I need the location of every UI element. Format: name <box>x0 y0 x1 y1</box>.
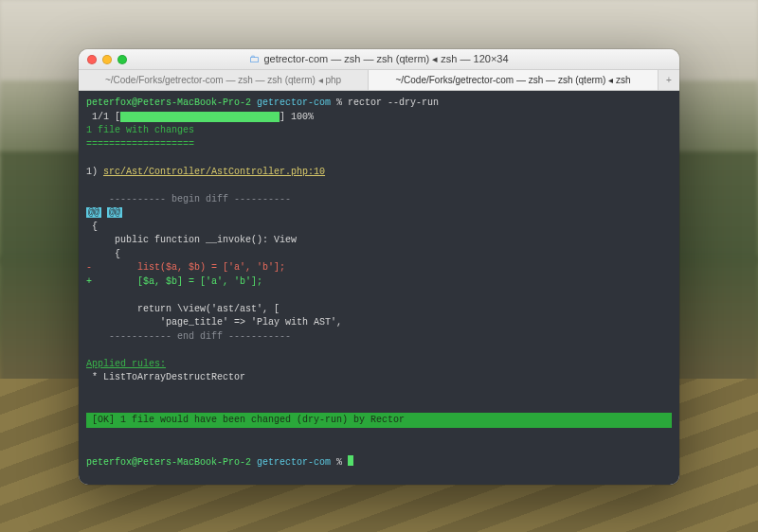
prompt-symbol: % <box>331 98 348 108</box>
prompt-dir: getrector-com <box>257 98 331 108</box>
brace-open: { <box>86 222 98 232</box>
diff-minus-code: list($a, $b) = ['a', 'b']; <box>92 262 285 273</box>
new-tab-button[interactable]: + <box>659 70 679 90</box>
tab-2[interactable]: ~/Code/Forks/getrector-com — zsh — zsh (… <box>369 70 659 90</box>
titlebar[interactable]: 🗀getrector-com — zsh — zsh (qterm) ◂ zsh… <box>79 49 679 70</box>
window-title-text: getrector-com — zsh — zsh (qterm) ◂ zsh … <box>263 53 508 64</box>
fn-line: public function __invoke(): View <box>86 235 297 245</box>
diff-plus-code: [$a, $b] = ['a', 'b']; <box>92 276 262 287</box>
begin-diff: ---------- begin diff ---------- <box>86 194 291 204</box>
plus-icon: + <box>666 75 672 85</box>
close-icon[interactable] <box>87 55 97 64</box>
file-path: src/Ast/Controller/AstController.php:10 <box>103 167 325 177</box>
progress-prefix: 1/1 [ <box>86 112 120 122</box>
applied-rule: * ListToArrayDestructRector <box>86 372 245 382</box>
changes-line: 1 file with changes <box>86 125 194 135</box>
hunk-a: @@ <box>86 207 101 218</box>
minimize-icon[interactable] <box>102 55 112 64</box>
progress-suffix: ] 100% <box>280 112 314 122</box>
end-diff: ----------- end diff ----------- <box>86 331 291 342</box>
prompt-user: peterfox@Peters-MacBook-Pro-2 <box>86 98 251 108</box>
window-title: 🗀getrector-com — zsh — zsh (qterm) ◂ zsh… <box>79 53 679 65</box>
return-line-1: return \view('ast/ast', [ <box>86 304 280 314</box>
return-line-2: 'page_title' => 'Play with AST', <box>86 317 342 328</box>
tab-1[interactable]: ~/Code/Forks/getrector-com — zsh — zsh (… <box>79 70 369 90</box>
applied-rules-heading: Applied rules: <box>86 359 166 369</box>
cursor-icon <box>348 455 353 466</box>
tab-bar: ~/Code/Forks/getrector-com — zsh — zsh (… <box>79 70 679 91</box>
tab-2-label: ~/Code/Forks/getrector-com — zsh — zsh (… <box>395 75 630 85</box>
file-num: 1) <box>86 167 103 177</box>
brace-2: { <box>86 249 120 259</box>
terminal-window: 🗀getrector-com — zsh — zsh (qterm) ◂ zsh… <box>79 49 679 485</box>
command-text: rector --dry-run <box>348 98 439 108</box>
prompt2-dir: getrector-com <box>257 457 331 468</box>
tab-1-label: ~/Code/Forks/getrector-com — zsh — zsh (… <box>105 75 341 85</box>
hunk-b: @@ <box>107 207 122 218</box>
zoom-icon[interactable] <box>117 55 127 64</box>
prompt2-user: peterfox@Peters-MacBook-Pro-2 <box>86 457 251 468</box>
terminal-body[interactable]: peterfox@Peters-MacBook-Pro-2 getrector-… <box>79 91 679 485</box>
ok-banner: [OK] 1 file would have been changed (dry… <box>86 413 672 429</box>
traffic-lights <box>87 55 127 64</box>
separator: =================== <box>86 139 194 150</box>
progress-bar: ============================ <box>120 112 280 122</box>
folder-icon: 🗀 <box>249 53 260 64</box>
prompt2-symbol: % <box>331 457 348 468</box>
